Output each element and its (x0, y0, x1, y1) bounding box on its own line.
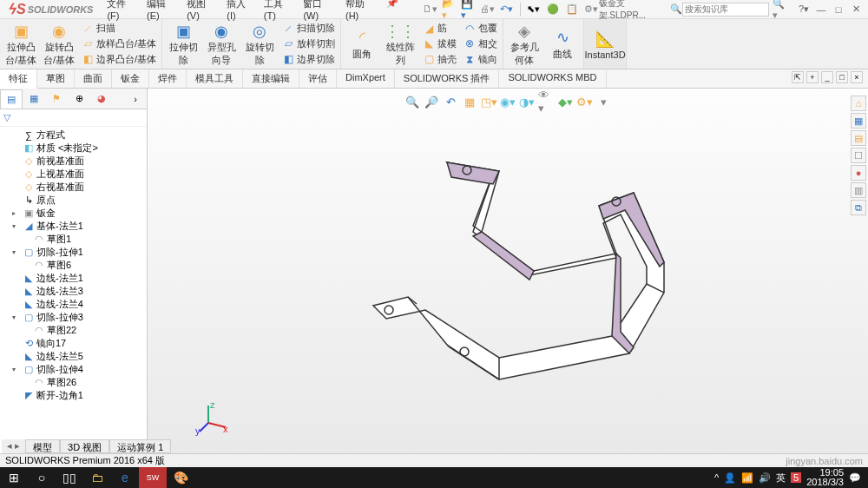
tray-wifi-icon[interactable]: 📶 (741, 472, 753, 484)
resources-icon[interactable]: ⌂ (851, 96, 866, 111)
tray-up-icon[interactable]: ^ (714, 472, 719, 483)
prev-view-icon[interactable]: ↶ (443, 94, 458, 109)
search-go-icon[interactable]: 🔍▾ (773, 0, 788, 21)
paint-icon[interactable]: 🎨 (167, 467, 194, 488)
undo-icon[interactable]: ↶▾ (499, 2, 515, 17)
custom-props-icon[interactable]: ▥ (851, 182, 866, 198)
extrude-boss-button[interactable]: ▣拉伸凸 台/基体 (2, 21, 40, 67)
view-orient-icon[interactable]: ◳▾ (481, 94, 496, 109)
menu-file[interactable]: 文件(F) (100, 0, 140, 21)
cut-loft-button[interactable]: ▱放样切割 (282, 36, 335, 51)
tree-node[interactable]: ◤断开-边角1 (2, 389, 145, 402)
tray-badge[interactable]: 5 (791, 472, 801, 483)
tree-toggle-icon[interactable]: ▾ (12, 222, 21, 230)
tab-swmbd[interactable]: SOLIDWORKS MBD (499, 69, 606, 88)
tree-node[interactable]: ◣边线-法兰4 (2, 298, 145, 311)
tree-node[interactable]: ⟲镜向17 (2, 337, 145, 350)
hole-wizard-button[interactable]: ◉异型孔 向导 (202, 21, 240, 67)
tab-feature[interactable]: 特征 (0, 69, 37, 89)
menu-tools[interactable]: 工具(T) (257, 0, 297, 21)
tree-tab-dimxpert[interactable]: ⊕ (68, 89, 90, 109)
clock[interactable]: 19:05 2018/3/3 (806, 468, 844, 487)
rib-button[interactable]: ◢筋 (423, 21, 457, 36)
cut-sweep-button[interactable]: ⟋扫描切除 (282, 21, 335, 36)
display-style-icon[interactable]: ◉▾ (500, 94, 516, 109)
tree-tab-config[interactable]: ⚑ (45, 89, 68, 109)
hide-show-icon[interactable]: ◑▾ (519, 94, 535, 109)
curves-button[interactable]: ∿曲线 (543, 21, 582, 67)
tree-toggle-icon[interactable]: ▸ (12, 209, 21, 217)
design-lib-icon[interactable]: ▦ (851, 113, 866, 129)
zoom-area-icon[interactable]: 🔎 (424, 94, 439, 109)
doc-min-icon[interactable]: _ (821, 71, 833, 83)
menu-edit[interactable]: 编辑(E) (140, 0, 180, 21)
tab-dimxpert[interactable]: DimXpert (337, 69, 395, 88)
start-button[interactable]: ⊞ (0, 467, 28, 488)
sweep-button[interactable]: ⟋扫描 (82, 21, 156, 36)
tree-node[interactable]: ▾▢切除-拉伸3 (2, 311, 145, 324)
tree-node[interactable]: ◣边线-法兰1 (2, 272, 145, 285)
fillet-button[interactable]: ◜圆角 (343, 21, 381, 67)
menu-window[interactable]: 窗口(W) (296, 0, 339, 21)
print-icon[interactable]: 🖨▾ (480, 2, 496, 17)
tab-evaluate[interactable]: 评估 (299, 69, 337, 88)
section-icon[interactable]: ▦ (462, 94, 477, 109)
explorer-icon[interactable]: 🗀 (83, 467, 111, 488)
tree-node[interactable]: ◠草图22 (2, 324, 145, 337)
file-explorer-icon[interactable]: ▤ (851, 130, 866, 146)
tree-tab-display[interactable]: ◕ (90, 89, 113, 109)
btab-model[interactable]: 模型 (25, 439, 60, 453)
tab-swaddins[interactable]: SOLIDWORKS 插件 (395, 69, 500, 88)
minimize-icon[interactable]: — (814, 3, 828, 16)
tree-node[interactable]: ∑方程式 (2, 129, 145, 142)
zoom-fit-icon[interactable]: 🔍 (404, 94, 420, 109)
cut-revolve-button[interactable]: ◎旋转切 除 (240, 21, 279, 67)
new-doc-icon[interactable]: 🗋▾ (423, 2, 438, 17)
solidworks-task-icon[interactable]: SW (139, 467, 167, 488)
tree-filter[interactable]: ▽ (0, 109, 147, 127)
menu-view[interactable]: 视图(V) (180, 0, 220, 21)
doc-new-icon[interactable]: + (806, 71, 819, 83)
cut-extrude-button[interactable]: ▣拉伸切 除 (164, 21, 202, 67)
tray-volume-icon[interactable]: 🔊 (759, 472, 771, 484)
maximize-icon[interactable]: □ (832, 3, 845, 16)
loft-button[interactable]: ▱放样凸台/基体 (82, 36, 156, 51)
settings-icon[interactable]: ⚙▾ (583, 2, 599, 17)
tree-node[interactable]: ◇上视基准面 (2, 168, 145, 181)
tree-toggle-icon[interactable]: ▾ (12, 248, 21, 256)
tab-surface[interactable]: 曲面 (75, 69, 112, 88)
menu-help[interactable]: 帮助(H) (339, 0, 379, 21)
mirror-button[interactable]: ⧗镜向 (464, 52, 497, 67)
btab-motion[interactable]: 运动算例 1 (109, 439, 171, 453)
tree-node[interactable]: ◠草图1 (2, 233, 145, 246)
tab-sketch[interactable]: 草图 (37, 69, 75, 88)
menu-pin[interactable]: 📌 (379, 0, 405, 21)
doc-max-icon[interactable]: □ (836, 71, 848, 83)
edit-appearance-icon[interactable]: 👁▾ (538, 94, 554, 109)
edge-icon[interactable]: e (111, 467, 139, 488)
close-icon[interactable]: ✕ (849, 3, 863, 16)
doc-link-icon[interactable]: ⇱ (792, 71, 804, 83)
rebuild-icon[interactable]: 🟢 (545, 2, 561, 17)
boundary-button[interactable]: ◧边界凸台/基体 (82, 52, 156, 67)
tree-toggle-icon[interactable]: ▾ (12, 313, 21, 321)
tree-node[interactable]: ◇右视基准面 (2, 181, 145, 194)
doc-close-icon[interactable]: × (851, 71, 863, 83)
pattern-button[interactable]: ⋮⋮线性阵 列 (381, 21, 419, 67)
btab-3dview[interactable]: 3D 视图 (60, 439, 109, 453)
taskview-icon[interactable]: ▯▯ (56, 467, 83, 488)
save-icon[interactable]: 💾▾ (461, 2, 477, 17)
viewport[interactable]: 🔍 🔎 ↶ ▦ ◳▾ ◉▾ ◑▾ 👁▾ ◆▾ ⚙▾ ▾ (148, 89, 868, 471)
forum-icon[interactable]: ⧉ (851, 200, 866, 215)
notifications-icon[interactable]: 💬 (849, 472, 861, 484)
select-icon[interactable]: ⬉▾ (526, 2, 542, 17)
options-icon[interactable]: 📋 (564, 2, 580, 17)
tab-directedit[interactable]: 直接编辑 (243, 69, 299, 88)
appearance-icon[interactable]: ● (851, 165, 866, 181)
tree-node[interactable]: ◧材质 <未指定> (2, 142, 145, 155)
tab-moldtools[interactable]: 模具工具 (187, 69, 243, 88)
orientation-triad[interactable]: z x y (195, 401, 230, 436)
tree-node[interactable]: ▸▣钣金 (2, 207, 145, 220)
tree-node[interactable]: ▾▢切除-拉伸1 (2, 246, 145, 259)
cut-boundary-button[interactable]: ◧边界切除 (282, 52, 335, 67)
